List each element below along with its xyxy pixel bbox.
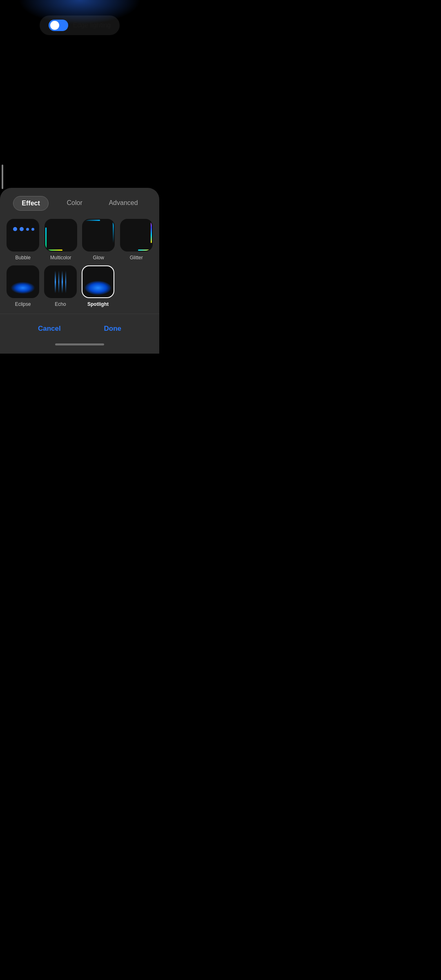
glow-border <box>83 220 114 251</box>
edge-lighting-toggle-row: Edge lighting <box>40 16 120 35</box>
eclipse-glow <box>11 282 35 294</box>
spotlight-label: Spotlight <box>87 301 109 307</box>
done-button[interactable]: Done <box>92 321 134 336</box>
spotlight-glow <box>85 281 111 295</box>
effect-bubble[interactable]: Bubble <box>7 219 40 261</box>
effect-eclipse[interactable]: Eclipse <box>7 265 39 307</box>
glow-label: Glow <box>93 255 104 261</box>
bottom-sheet: Effect Color Advanced Bubble Multicolor <box>0 188 159 354</box>
tab-bar: Effect Color Advanced <box>0 188 159 214</box>
bubble-dot-2 <box>20 227 24 231</box>
bubble-label: Bubble <box>16 255 31 261</box>
effect-glow[interactable]: Glow <box>82 219 115 261</box>
echo-line-3 <box>62 271 63 293</box>
echo-line-2 <box>58 271 60 293</box>
bubble-dots <box>13 227 34 231</box>
eclipse-thumb <box>7 265 39 298</box>
bubble-thumb <box>7 219 39 252</box>
toggle-label: Edge lighting <box>73 22 111 29</box>
tab-color[interactable]: Color <box>59 196 91 211</box>
spotlight-thumb <box>82 265 114 298</box>
echo-thumb <box>44 265 77 298</box>
toggle-knob <box>50 21 59 30</box>
scroll-indicator <box>2 165 3 189</box>
edge-lighting-toggle[interactable] <box>49 20 68 31</box>
effect-spotlight[interactable]: Spotlight <box>82 265 114 307</box>
glitter-thumb <box>120 219 153 252</box>
effects-grid-row2: Eclipse Echo Spotlight <box>0 264 159 314</box>
eclipse-label: Eclipse <box>15 301 31 307</box>
tab-advanced[interactable]: Advanced <box>100 196 146 211</box>
glitter-label: Glitter <box>130 255 143 261</box>
cancel-button[interactable]: Cancel <box>26 321 73 336</box>
effect-glitter[interactable]: Glitter <box>120 219 153 261</box>
home-indicator <box>55 343 104 345</box>
effects-grid-row1: Bubble Multicolor Glow Glitter <box>0 214 159 264</box>
glow-thumb <box>82 219 115 252</box>
echo-lines <box>45 266 76 297</box>
effect-multicolor[interactable]: Multicolor <box>45 219 78 261</box>
glitter-border <box>121 220 152 251</box>
action-bar: Cancel Done <box>0 314 159 340</box>
echo-line-4 <box>65 271 67 293</box>
tab-effect[interactable]: Effect <box>13 196 48 211</box>
bubble-dot-3 <box>26 228 29 231</box>
bubble-dot-1 <box>13 227 17 231</box>
echo-label: Echo <box>55 301 66 307</box>
bubble-dot-4 <box>31 228 34 231</box>
echo-line-1 <box>55 271 56 293</box>
multicolor-thumb <box>45 219 77 252</box>
effect-echo[interactable]: Echo <box>44 265 77 307</box>
multicolor-label: Multicolor <box>50 255 71 261</box>
multicolor-border <box>45 220 76 251</box>
